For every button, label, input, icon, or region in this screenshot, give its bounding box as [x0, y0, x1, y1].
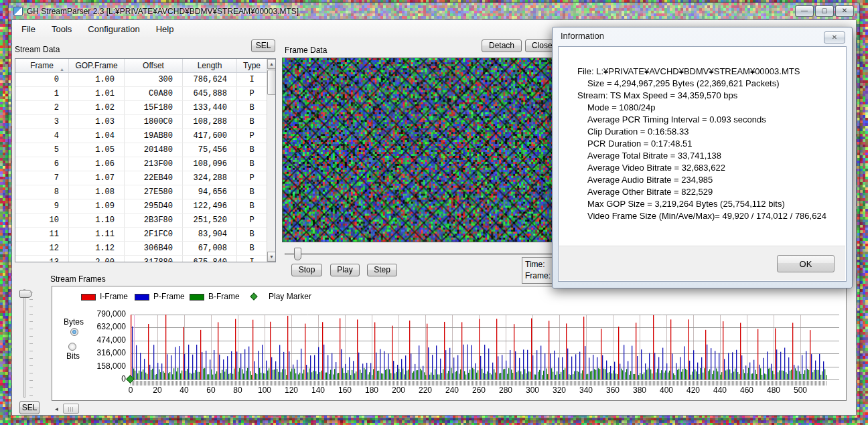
maximize-button-icon[interactable]: ▢ — [815, 5, 834, 17]
menu-item-tools[interactable]: Tools — [45, 21, 78, 37]
table-cell: 3 — [15, 115, 69, 129]
column-header-offset[interactable]: Offset — [125, 59, 183, 72]
slider-tick — [29, 365, 33, 366]
x-tick-label: 120 — [278, 386, 305, 395]
zoom-slider-track[interactable] — [23, 289, 25, 398]
x-tick-label: 40 — [171, 386, 198, 395]
table-cell: 108,096 — [183, 157, 237, 171]
hscroll-left-icon[interactable]: ◄ — [52, 405, 61, 414]
step-button[interactable]: Step — [367, 264, 397, 276]
table-cell: 1.05 — [69, 143, 125, 157]
minimize-button-icon[interactable]: — — [795, 5, 814, 17]
scroll-down-icon[interactable]: ▼ — [267, 252, 276, 262]
table-scrollbar[interactable]: ▲ ▼ — [267, 59, 275, 262]
slider-tick — [29, 380, 33, 381]
x-tick-label: 140 — [305, 386, 332, 395]
x-tick-label: 80 — [224, 386, 251, 395]
scroll-up-icon[interactable]: ▲ — [267, 59, 276, 69]
bits-radio[interactable] — [68, 343, 76, 351]
table-cell: 19AB80 — [125, 129, 183, 143]
table-row[interactable]: 71.0722EB40324,288P — [15, 171, 267, 185]
table-cell: B — [237, 143, 267, 157]
seek-slider-thumb[interactable] — [294, 248, 301, 260]
ok-button[interactable]: OK — [777, 255, 835, 272]
close-button-icon[interactable]: ✕ — [835, 5, 854, 17]
hscroll-thumb[interactable]: ||| — [63, 404, 79, 414]
table-row[interactable]: 11.01C0A80645,888P — [15, 87, 267, 101]
x-tick-label: 380 — [626, 386, 653, 395]
table-row[interactable]: 41.0419AB80417,600P — [15, 129, 267, 143]
info-line: Mode = 1080/24p — [577, 102, 826, 114]
table-scroll-thumb[interactable] — [267, 70, 276, 95]
b-frame-legend-icon — [190, 294, 204, 301]
table-cell: 6 — [15, 157, 69, 171]
column-header-gopframe[interactable]: GOP.Frame — [69, 59, 125, 72]
stream-frames-plot[interactable] — [131, 311, 839, 386]
table-row[interactable]: 111.112F1FC083,904B — [15, 228, 267, 242]
table-row[interactable]: 31.031800C0108,288B — [15, 115, 267, 129]
stream-frames-sel-button[interactable]: SEL — [19, 401, 40, 414]
table-cell: 1800C0 — [125, 115, 183, 129]
stream-data-table[interactable]: Frame▲GOP.FrameOffsetLengthType01.003007… — [15, 58, 276, 262]
y-tick-label: 790,000 — [79, 309, 126, 319]
play-button[interactable]: Play — [330, 264, 360, 276]
menu-item-help[interactable]: Help — [149, 21, 181, 37]
info-line: Stream: TS Max Speed = 34,359,570 bps — [577, 90, 826, 102]
table-cell: 133,440 — [183, 101, 237, 114]
legend-label: Play Marker — [269, 292, 311, 301]
i-frame-legend-icon — [81, 294, 96, 301]
table-cell: 9 — [15, 199, 69, 213]
table-row[interactable]: 132.00317880675,840I — [15, 256, 267, 262]
table-row[interactable]: 101.102B3F80251,520P — [15, 214, 267, 228]
table-cell: 1.03 — [69, 115, 125, 129]
x-tick-label: 60 — [198, 386, 224, 395]
x-tick-label: 360 — [599, 386, 626, 395]
menu-item-file[interactable]: File — [15, 21, 42, 37]
table-cell: B — [237, 115, 267, 129]
stream-data-sel-button[interactable]: SEL — [251, 39, 275, 52]
table-row[interactable]: 01.00300786,624I — [15, 73, 267, 87]
table-cell: P — [237, 87, 267, 100]
info-line: Clip Duration = 0:16:58.33 — [577, 126, 826, 138]
table-row[interactable]: 21.0215F180133,440B — [15, 101, 267, 115]
table-row[interactable]: 61.06213F00108,096B — [15, 157, 267, 171]
table-cell: 1.04 — [69, 129, 125, 143]
table-row[interactable]: 51.0520148075,456B — [15, 143, 267, 157]
table-header: Frame▲GOP.FrameOffsetLengthType — [15, 59, 267, 73]
table-cell: 2 — [15, 101, 69, 114]
x-tick-label: 300 — [519, 386, 546, 395]
table-cell: I — [237, 73, 267, 86]
column-header-length[interactable]: Length — [183, 59, 237, 72]
title-bar[interactable]: GH StreamParser 2.3 [L:¥PRIVATE¥AVCHD¥BD… — [9, 3, 859, 19]
table-cell: 83,904 — [183, 228, 237, 241]
x-tick-label: 320 — [546, 386, 573, 395]
table-cell: 8 — [15, 185, 69, 199]
table-row[interactable]: 91.09295D40122,496B — [15, 199, 267, 214]
column-header-type[interactable]: Type — [237, 59, 267, 72]
detach-button[interactable]: Detach — [482, 39, 522, 52]
table-row[interactable]: 81.0827E58094,656B — [15, 185, 267, 199]
table-cell: 2B3F80 — [125, 214, 183, 227]
stop-button[interactable]: Stop — [291, 264, 322, 276]
dialog-content: File: L:¥PRIVATE¥AVCHD¥BDMV¥STREAM¥00003… — [558, 46, 847, 282]
slider-tick — [29, 292, 33, 292]
dialog-close-icon[interactable]: ✕ — [824, 31, 845, 44]
table-cell: 94,656 — [183, 185, 237, 199]
dialog-title: Information — [561, 31, 604, 41]
menu-item-configuration[interactable]: Configuration — [81, 21, 146, 37]
info-line: Average Video Bitrate = 32,683,622 — [577, 162, 826, 174]
bytes-radio[interactable] — [70, 328, 78, 336]
table-cell: 1.06 — [69, 157, 125, 171]
column-header-frame[interactable]: Frame▲ — [15, 59, 69, 72]
table-cell: 675,840 — [183, 256, 237, 262]
table-row[interactable]: 121.12306B4067,008B — [15, 242, 267, 256]
table-cell: 1.01 — [69, 87, 125, 100]
zoom-slider-thumb[interactable] — [19, 290, 32, 298]
table-cell: 1.08 — [69, 185, 125, 199]
legend-label: P-Frame — [153, 292, 185, 301]
table-cell: P — [237, 214, 267, 227]
table-cell: 10 — [15, 214, 69, 227]
table-cell: 1.00 — [69, 73, 125, 86]
information-dialog[interactable]: Information ✕ File: L:¥PRIVATE¥AVCHD¥BDM… — [552, 27, 853, 288]
table-cell: 2.00 — [69, 256, 125, 262]
